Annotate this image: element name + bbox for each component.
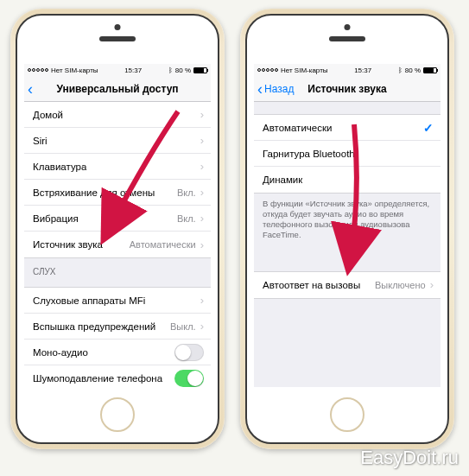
row-label: Динамик xyxy=(263,175,302,185)
battery-icon xyxy=(423,67,437,73)
chevron-right-icon: › xyxy=(430,278,434,291)
earpiece xyxy=(329,36,365,41)
row-siri[interactable]: Siri › xyxy=(24,128,211,154)
row-mono-audio[interactable]: Моно-аудио xyxy=(24,340,211,365)
row-audio-source[interactable]: Источник звука Автоматически› xyxy=(24,232,211,257)
row-label: Шумоподавление телефона xyxy=(33,373,162,384)
battery-pct: 80 % xyxy=(405,67,421,74)
row-keyboard[interactable]: Клавиатура › xyxy=(24,154,211,180)
screen-accessibility: Нет SIM-карты 15:37 ᛒ 80 % ‹ Универсальн… xyxy=(24,64,211,387)
navbar-title: Источник звука xyxy=(307,83,386,95)
row-label: Вспышка предупреждений xyxy=(33,321,155,332)
chevron-left-icon: ‹ xyxy=(28,81,33,97)
row-label: Слуховые аппараты MFi xyxy=(33,295,145,306)
back-button[interactable]: ‹ xyxy=(28,76,33,101)
navbar-title: Универсальный доступ xyxy=(56,83,178,95)
chevron-right-icon: › xyxy=(200,238,204,251)
row-auto[interactable]: Автоматически ✓ xyxy=(254,115,440,141)
row-label: Домой xyxy=(33,110,63,120)
row-label: Автоответ на вызовы xyxy=(263,280,360,290)
noise-cancel-toggle[interactable] xyxy=(174,370,204,387)
battery-icon xyxy=(193,67,207,73)
home-button[interactable] xyxy=(100,397,135,432)
carrier-label: Нет SIM-карты xyxy=(281,67,328,74)
row-home[interactable]: Домой › xyxy=(24,102,211,128)
earpiece xyxy=(99,36,136,41)
row-shake-to-undo[interactable]: Встряхивание для отмены Вкл.› xyxy=(24,180,211,206)
row-speaker[interactable]: Динамик xyxy=(254,167,440,193)
iphone-right: Нет SIM-карты 15:37 ᛒ 80 % ‹ Назад Источ… xyxy=(240,9,454,449)
signal-dots-icon xyxy=(257,68,278,72)
row-value: Выключено xyxy=(375,280,426,290)
mono-audio-toggle[interactable] xyxy=(174,344,204,361)
row-hearing-aids[interactable]: Слуховые аппараты MFi › xyxy=(24,288,211,314)
row-led-flash[interactable]: Вспышка предупреждений Выкл.› xyxy=(24,314,211,340)
row-label: Вибрация xyxy=(33,213,79,224)
row-bluetooth-headset[interactable]: Гарнитура Bluetooth xyxy=(254,141,440,167)
chevron-right-icon: › xyxy=(200,160,204,173)
row-vibration[interactable]: Вибрация Вкл.› xyxy=(24,206,211,232)
bluetooth-icon: ᛒ xyxy=(398,67,402,74)
home-button[interactable] xyxy=(330,397,364,432)
clock: 15:37 xyxy=(354,67,371,74)
status-bar: Нет SIM-карты 15:37 ᛒ 80 % xyxy=(24,64,211,76)
back-button[interactable]: ‹ Назад xyxy=(257,76,294,101)
section-footer-text: В функции «Источник звука» определяется,… xyxy=(254,194,440,245)
section-header-hearing: слух xyxy=(24,258,211,280)
iphone-left: Нет SIM-карты 15:37 ᛒ 80 % ‹ Универсальн… xyxy=(10,9,225,449)
screen-audio-source: Нет SIM-карты 15:37 ᛒ 80 % ‹ Назад Источ… xyxy=(254,64,440,387)
row-label: Моно-аудио xyxy=(33,347,88,358)
row-label: Siri xyxy=(33,136,48,146)
bluetooth-icon: ᛒ xyxy=(168,67,173,74)
camera-dot xyxy=(115,24,121,30)
status-bar: Нет SIM-карты 15:37 ᛒ 80 % xyxy=(254,64,440,76)
checkmark-icon: ✓ xyxy=(423,121,434,135)
navbar: ‹ Универсальный доступ xyxy=(24,76,211,102)
row-label: Источник звука xyxy=(33,239,103,250)
signal-dots-icon xyxy=(28,68,48,72)
row-value: Вкл. xyxy=(177,187,196,198)
camera-dot xyxy=(345,24,351,30)
chevron-left-icon: ‹ xyxy=(257,81,263,97)
chevron-right-icon: › xyxy=(200,212,204,225)
row-label: Гарнитура Bluetooth xyxy=(263,149,355,159)
back-label: Назад xyxy=(264,83,294,95)
row-phone-noise-cancel[interactable]: Шумоподавление телефона xyxy=(24,365,211,387)
chevron-right-icon: › xyxy=(200,186,204,199)
chevron-right-icon: › xyxy=(200,134,204,147)
watermark: EasyDoit.ru xyxy=(360,447,459,469)
chevron-right-icon: › xyxy=(200,294,204,307)
row-value: Автоматически xyxy=(130,239,196,250)
row-value: Выкл. xyxy=(170,321,196,332)
chevron-right-icon: › xyxy=(200,320,204,333)
navbar: ‹ Назад Источник звука xyxy=(254,76,440,102)
row-auto-answer[interactable]: Автоответ на вызовы Выключено› xyxy=(254,272,440,298)
carrier-label: Нет SIM-карты xyxy=(51,67,98,74)
clock: 15:37 xyxy=(124,67,142,74)
chevron-right-icon: › xyxy=(200,108,204,121)
battery-pct: 80 % xyxy=(175,67,191,74)
row-value: Вкл. xyxy=(177,213,196,224)
row-label: Встряхивание для отмены xyxy=(33,187,155,198)
row-label: Автоматически xyxy=(263,123,332,133)
row-label: Клавиатура xyxy=(33,162,86,172)
